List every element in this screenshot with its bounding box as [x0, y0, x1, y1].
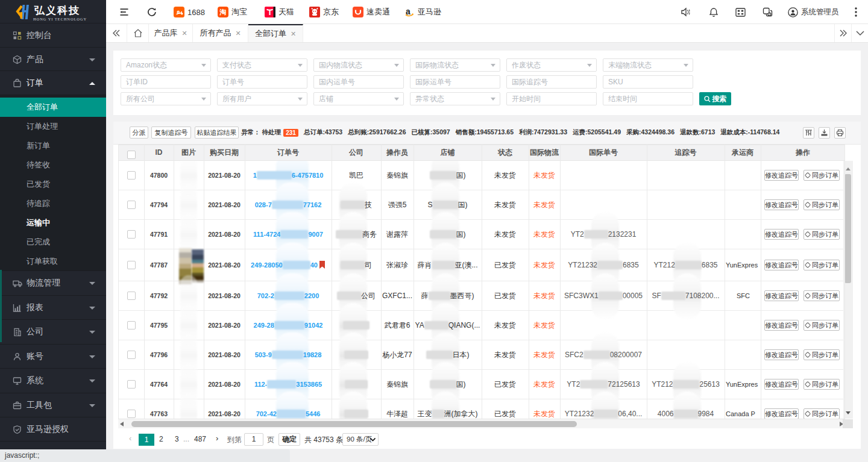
svg-text:淘: 淘 — [219, 8, 227, 16]
